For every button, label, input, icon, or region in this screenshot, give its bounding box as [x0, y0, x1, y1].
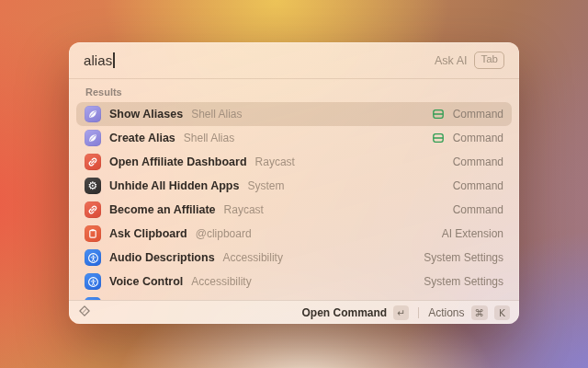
result-title: Create Alias	[109, 132, 175, 144]
shell-alias-icon	[85, 130, 101, 146]
list-item[interactable]: VoiceOver Accessibility System Settings	[76, 293, 512, 300]
cmd-keycap: ⌘	[471, 305, 489, 320]
result-subtitle: Shell Alias	[184, 132, 234, 144]
footer-divider	[418, 307, 419, 318]
result-title: Open Affiliate Dashboard	[109, 155, 247, 168]
open-command-button[interactable]: Open Command ↵	[301, 305, 409, 320]
open-command-label: Open Command	[301, 306, 387, 319]
results-list: Results Show Aliases Shell Alias Command…	[69, 79, 519, 300]
result-subtitle: Accessibility	[223, 251, 283, 264]
result-type-label: Command	[453, 179, 503, 192]
result-title: Voice Control	[109, 275, 183, 288]
list-item[interactable]: Voice Control Accessibility System Setti…	[76, 270, 512, 293]
raycast-logo-icon	[78, 305, 91, 321]
return-keycap: ↵	[393, 305, 409, 320]
list-item[interactable]: Audio Descriptions Accessibility System …	[76, 246, 512, 270]
result-type-label: System Settings	[424, 251, 503, 264]
result-subtitle: @clipboard	[196, 227, 252, 240]
command-badge-icon	[432, 108, 445, 121]
result-title: Audio Descriptions	[109, 251, 215, 264]
result-type-label: System Settings	[424, 275, 503, 288]
result-subtitle: Raycast	[255, 155, 295, 168]
result-title: Show Aliases	[109, 108, 183, 121]
result-subtitle: Shell Alias	[191, 108, 242, 121]
affiliate-icon	[85, 201, 101, 218]
search-input[interactable]: alias Ask AI Tab	[69, 42, 519, 79]
result-title: Ask Clipboard	[109, 227, 187, 240]
tab-keycap: Tab	[474, 52, 504, 68]
list-item[interactable]: Open Affiliate Dashboard Raycast Command	[76, 150, 512, 174]
result-title: Become an Affiliate	[109, 203, 216, 216]
result-type-label: Command	[453, 132, 503, 144]
list-item[interactable]: ⚙ Unhide All Hidden Apps System Command	[76, 174, 512, 198]
search-value: alias	[84, 52, 112, 68]
result-type-label: Command	[453, 155, 503, 168]
system-icon: ⚙	[85, 178, 101, 194]
footer-bar: Open Command ↵ Actions ⌘ K	[69, 300, 519, 324]
list-item[interactable]: Create Alias Shell Alias Command	[76, 126, 512, 150]
accessibility-icon	[85, 249, 101, 266]
raycast-launcher-window: alias Ask AI Tab Results Show Aliases Sh…	[69, 42, 519, 324]
list-item[interactable]: Show Aliases Shell Alias Command	[76, 102, 512, 126]
actions-button[interactable]: Actions ⌘ K	[428, 305, 510, 320]
clipboard-icon	[85, 225, 101, 242]
affiliate-icon	[85, 154, 101, 170]
list-item[interactable]: Ask Clipboard @clipboard AI Extension	[76, 222, 512, 246]
results-section-header: Results	[76, 79, 512, 102]
ask-ai-button[interactable]: Ask AI	[435, 54, 467, 67]
shell-alias-icon	[85, 106, 101, 122]
command-badge-icon	[432, 132, 445, 144]
result-subtitle: System	[247, 179, 284, 192]
text-caret	[113, 52, 115, 68]
result-type-label: Command	[453, 108, 503, 121]
result-type-label: AI Extension	[442, 227, 503, 240]
result-subtitle: Raycast	[224, 203, 264, 216]
accessibility-icon	[85, 273, 101, 290]
result-title: Unhide All Hidden Apps	[109, 179, 239, 192]
actions-label: Actions	[428, 306, 464, 319]
result-subtitle: Accessibility	[191, 275, 251, 288]
k-keycap: K	[494, 305, 510, 320]
list-item[interactable]: Become an Affiliate Raycast Command	[76, 198, 512, 222]
result-type-label: Command	[453, 203, 503, 216]
